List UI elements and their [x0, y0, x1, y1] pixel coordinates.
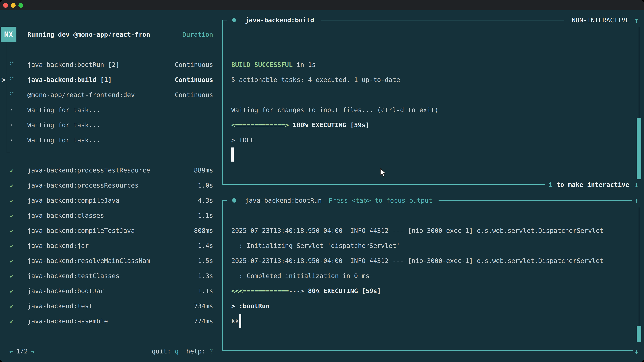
sidebar-task-row[interactable]: ·Waiting for task...	[0, 117, 222, 133]
waiting-dot-icon: ·	[8, 121, 15, 129]
check-icon: ✔	[8, 182, 15, 189]
sidebar-task-row[interactable]: ·Waiting for task...	[0, 133, 222, 148]
panel-build-border-stub	[222, 20, 227, 20]
task-duration: 4.3s	[198, 197, 213, 204]
task-name: java-backend:jar	[27, 242, 89, 249]
panel-build-scrollbar-thumb[interactable]	[636, 118, 641, 179]
keyboard-hints: quit: q help: ?	[152, 348, 213, 355]
terminal-output-line: 5 actionable tasks: 4 executed, 1 up-to-…	[231, 72, 400, 87]
titlebar	[0, 0, 644, 10]
task-name: java-backend:testClasses	[27, 272, 120, 280]
sidebar-task-row[interactable]: ✔java-backend:jar1.4s	[0, 238, 222, 253]
task-name: java-backend:bootJar	[27, 287, 104, 295]
page-next-arrow[interactable]: →	[31, 348, 35, 355]
check-icon: ✔	[8, 212, 15, 219]
spinner-icon: ⠋	[8, 60, 15, 69]
sidebar-task-row[interactable]: ✔java-backend:processResources1.0s	[0, 178, 222, 193]
task-duration: Continuous	[175, 91, 213, 98]
task-name: @mono-app/react-frontend:dev	[27, 91, 135, 98]
sidebar-task-row[interactable]: ✔java-backend:resolveMainClassNam1.5s	[0, 253, 222, 268]
task-name: Waiting for task...	[27, 106, 100, 114]
terminal-output-line: <<<============---> 80% EXECUTING [59s]	[231, 283, 381, 299]
panel-bootrun-border-top	[438, 200, 632, 201]
waiting-dot-icon: ·	[8, 136, 15, 144]
sidebar-title: Running dev @mono-app/react-fron	[27, 31, 150, 38]
task-duration: 1.5s	[198, 257, 213, 265]
terminal-output-line: > IDLE	[231, 133, 254, 148]
close-button[interactable]	[3, 3, 8, 8]
check-icon: ✔	[8, 302, 15, 310]
task-name: java-backend:classes	[27, 212, 104, 219]
task-name: java-backend:bootRun [2]	[27, 61, 120, 68]
help-key: ?	[209, 348, 213, 355]
task-duration: 734ms	[194, 302, 213, 310]
sidebar-task-row[interactable]: ✔java-backend:processTestResource889ms	[0, 163, 222, 178]
check-icon: ✔	[8, 197, 15, 204]
panel-bootrun-scrollbar-thumb[interactable]	[636, 326, 641, 342]
panel-build-scrollbar-track[interactable]	[638, 27, 640, 118]
selected-task-marker: >	[0, 76, 8, 84]
task-name: java-backend:assemble	[27, 318, 108, 325]
panel-bootrun-title: java-backend:bootRun	[245, 193, 322, 208]
focus-output-hint: Press <tab> to focus output	[329, 193, 432, 208]
sidebar-task-row[interactable]: ✔java-backend:compileTestJava808ms	[0, 223, 222, 238]
terminal-window: NX Running dev @mono-app/react-fron Dura…	[0, 0, 644, 362]
sidebar-task-row[interactable]: ✔java-backend:classes1.1s	[0, 208, 222, 223]
panel-build-cursor	[231, 147, 234, 162]
panel-build-border-left	[222, 20, 223, 185]
sidebar-task-row[interactable]: ·Waiting for task...	[0, 102, 222, 117]
zoom-button[interactable]	[18, 3, 23, 8]
panel-bootrun-border-bottom	[222, 350, 633, 351]
panel-build-border-top	[321, 20, 564, 20]
task-duration: 1.1s	[198, 287, 213, 295]
waiting-dot-icon: ·	[8, 106, 15, 114]
panel-bootrun-border-left	[222, 200, 223, 351]
page-indicator: 1/2	[16, 348, 28, 355]
terminal-output-line: Waiting for changes to input files... (c…	[231, 102, 438, 117]
task-name: java-backend:processTestResource	[27, 167, 150, 174]
sidebar-task-row[interactable]: ⠋@mono-app/react-frontend:devContinuous	[0, 87, 222, 102]
task-name: java-backend:test	[27, 302, 92, 310]
non-interactive-badge: NON-INTERACTIVE	[572, 12, 629, 28]
sidebar-task-row[interactable]: ⠋java-backend:bootRun [2]Continuous	[0, 57, 222, 72]
mouse-cursor-icon	[379, 168, 388, 177]
terminal-output-line: > :bootRun	[231, 299, 270, 314]
check-icon: ✔	[8, 242, 15, 249]
sidebar-task-row[interactable]: ✔java-backend:testClasses1.3s	[0, 268, 222, 283]
sidebar-task-row[interactable]: ✔java-backend:test734ms	[0, 299, 222, 314]
panel-build-scroll-up-icon[interactable]: ↑	[634, 12, 639, 28]
page-prev-arrow[interactable]: ←	[10, 348, 13, 355]
task-name: Waiting for task...	[27, 121, 100, 129]
terminal-output-line: 2025-07-23T13:40:18.950-04:00 INFO 44312…	[231, 223, 604, 238]
task-duration: Continuous	[175, 76, 213, 83]
sidebar-task-row[interactable]: ✔java-backend:assemble774ms	[0, 314, 222, 329]
help-label: help:	[186, 348, 206, 355]
check-icon: ✔	[8, 167, 15, 174]
terminal-output-line: <=============> 100% EXECUTING [59s]	[231, 117, 370, 133]
check-icon: ✔	[8, 318, 15, 325]
panel-bootrun-scrollbar-track[interactable]	[638, 207, 640, 326]
panel-build-title: java-backend:build	[245, 12, 314, 28]
interactive-hint-key: i	[548, 177, 552, 192]
task-duration: 774ms	[194, 318, 213, 325]
minimize-button[interactable]	[11, 3, 16, 8]
task-name: java-backend:compileTestJava	[27, 227, 135, 234]
panel-bootrun-scroll-up-icon[interactable]: ↑	[634, 193, 639, 208]
sidebar-task-row[interactable]: ✔java-backend:compileJava4.3s	[0, 193, 222, 208]
task-tree-corner	[7, 153, 10, 153]
quit-key: q	[175, 348, 178, 355]
task-name: java-backend:build [1]	[27, 76, 112, 83]
task-name: java-backend:resolveMainClassNam	[27, 257, 150, 265]
task-duration: 889ms	[194, 167, 213, 174]
duration-column-header: Duration	[182, 31, 213, 38]
panel-build-scroll-down-icon[interactable]: ↓	[634, 177, 639, 192]
task-name: Waiting for task...	[27, 136, 100, 144]
sidebar-task-row[interactable]: ✔java-backend:bootJar1.1s	[0, 283, 222, 299]
task-duration: Continuous	[175, 61, 213, 68]
task-duration: 1.1s	[198, 212, 213, 219]
panel-bootrun-scroll-down-icon[interactable]: ↓	[634, 344, 639, 359]
task-name: java-backend:compileJava	[27, 197, 120, 204]
check-icon: ✔	[8, 227, 15, 234]
terminal-output-line: : Completed initialization in 0 ms	[231, 268, 370, 283]
sidebar-task-row[interactable]: >⠋java-backend:build [1]Continuous	[0, 72, 222, 87]
